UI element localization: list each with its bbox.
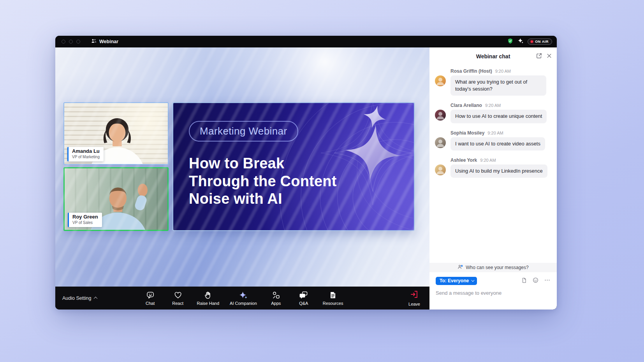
avatar [435,164,446,175]
close-window-button[interactable] [62,40,65,44]
chevron-up-icon [94,297,98,301]
resources-button-label: Resources [323,301,343,306]
raise-hand-button-label: Raise Hand [197,301,219,306]
popout-chat-icon[interactable] [536,52,542,61]
message-time: 9:20 AM [485,103,501,108]
close-chat-icon[interactable] [546,53,552,60]
attach-file-icon[interactable] [521,277,527,285]
chat-message: Clara Arellano 9:20 AM How to use AI to … [435,103,551,123]
chat-button-label: Chat [146,301,155,306]
qa-bubbles-icon [299,290,308,300]
window-controls [62,40,80,44]
message-time: 9:20 AM [480,158,496,163]
chat-message: Rosa Griffin (Host) 9:20 AM What are you… [435,68,551,96]
window-title: Webinar [99,39,118,44]
on-air-dot [531,40,533,43]
avatar [435,110,446,121]
titlebar: Webinar ON AIR [55,36,557,47]
avatar [435,75,446,86]
apps-button-label: Apps [271,301,281,306]
ai-companion-titlebar-icon[interactable] [517,38,524,45]
react-button[interactable]: React [169,290,187,306]
webinar-app-icon [91,38,97,45]
message-bubble: How to use AI to create unique content [450,110,547,123]
message-time: 9:20 AM [487,131,503,135]
chat-message: Sophia Mosiley 9:20 AM I want to use AI … [435,130,551,150]
raise-hand-icon [203,290,213,300]
chat-message-input[interactable]: Send a message to everyone [436,290,551,296]
participant-role: VP of Marketing [72,155,100,159]
resources-button[interactable]: Resources [323,290,343,306]
ai-companion-button-label: AI Companion [230,301,257,306]
document-icon [328,290,338,300]
chat-title: Webinar chat [476,53,510,59]
message-author: Rosa Griffin (Host) [450,68,492,74]
privacy-note: Who can see your messages? [466,265,528,270]
leave-button[interactable]: Leave [408,290,420,306]
qa-button-label: Q&A [299,301,308,306]
apps-button[interactable]: Apps [267,290,285,306]
webinar-window: Webinar ON AIR [55,36,557,310]
chevron-down-icon [471,278,474,282]
shared-slide: Marketing Webinar How to Break Through t… [172,102,415,231]
qa-button[interactable]: Q&A [295,290,312,306]
message-time: 9:20 AM [495,69,511,73]
message-bubble: What are you trying to get out of today'… [450,75,546,96]
chat-privacy-bar[interactable]: Who can see your messages? [429,263,557,272]
message-bubble: I want to use AI to create video assets [450,137,545,150]
maximize-window-button[interactable] [76,40,80,44]
slide-badge: Marketing Webinar [189,121,298,142]
message-bubble: Using AI to build my LinkedIn presence [450,164,547,178]
ai-companion-button[interactable]: AI Companion [230,290,257,306]
recipient-selector[interactable]: To: Everyone [436,277,477,285]
more-options-icon[interactable] [544,277,551,285]
video-tile-roy[interactable]: Roy Green VP of Sales [63,167,169,231]
on-air-label: ON AIR [535,40,549,44]
ai-sparkle-icon [239,290,248,300]
message-author: Ashlee York [450,157,477,163]
webinar-chat-panel: Webinar chat [429,47,557,310]
name-tag-roy: Roy Green VP of Sales [68,213,102,227]
visibility-people-icon [457,264,463,271]
security-shield-icon[interactable] [507,38,514,46]
apps-icon [271,290,281,300]
chat-header: Webinar chat [429,47,557,65]
participant-name: Roy Green [72,214,98,220]
video-stage: Amanda Lu VP of Marketing [55,47,429,287]
video-tile-amanda[interactable]: Amanda Lu VP of Marketing [63,102,169,165]
on-air-badge: ON AIR [528,38,552,45]
chat-message: Ashlee York 9:20 AM Using AI to build my… [435,157,551,178]
slide-title: How to Break Through the Content Noise w… [189,155,337,208]
chat-button[interactable]: Chat [142,290,159,306]
participant-role: VP of Sales [72,220,98,225]
emoji-icon[interactable] [532,277,539,285]
chat-message-list[interactable]: Rosa Griffin (Host) 9:20 AM What are you… [429,65,557,263]
chat-composer-area: To: Everyone [429,272,557,310]
leave-door-icon [410,290,419,301]
meeting-toolbar: Audio Setting [55,287,429,310]
raise-hand-button[interactable]: Raise Hand [197,290,219,306]
react-button-label: React [172,301,183,306]
recipient-label: To: Everyone [440,278,469,283]
minimize-window-button[interactable] [69,40,73,44]
participant-name: Amanda Lu [72,149,100,154]
heart-icon [173,290,183,300]
message-author: Clara Arellano [450,103,482,108]
leave-button-label: Leave [408,302,420,306]
audio-setting-label: Audio Setting [62,296,91,301]
audio-setting-button[interactable]: Audio Setting [62,296,97,301]
avatar [435,137,446,148]
chat-bubble-icon [146,290,155,300]
name-tag-amanda: Amanda Lu VP of Marketing [67,147,104,161]
message-author: Sophia Mosiley [450,130,484,136]
